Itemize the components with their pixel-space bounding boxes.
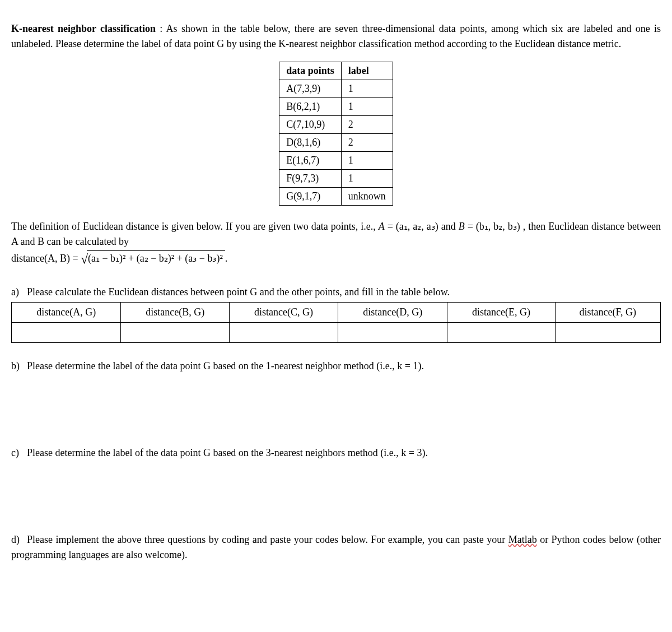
def-eq1: = [388, 221, 396, 232]
dist-header: distance(F, G) [555, 303, 660, 323]
cell-point: C(7,10,9) [279, 116, 342, 134]
def-A: A [379, 221, 385, 232]
def-sqrt-inner: (a₁ − b₁)² + (a₂ − b₂)² + (a₃ − b₃)² [87, 250, 225, 266]
qd-pre: Please implement the above three questio… [27, 534, 508, 545]
col-points: data points [279, 62, 342, 80]
def-Atuple: (a₁, a₂, a₃) [396, 221, 438, 232]
def-lead: The definition of Euclidean distance is … [11, 221, 379, 232]
answer-space-c [11, 461, 661, 517]
data-table: data points label A(7,3,9) 1 B(6,2,1) 1 … [279, 62, 393, 206]
col-label: label [341, 62, 393, 80]
dist-header: distance(C, G) [230, 303, 338, 323]
title: K-nearest neighbor classification [11, 23, 156, 34]
qa-text: Please calculate the Euclidean distances… [27, 286, 450, 298]
dist-header: distance(E, G) [447, 303, 555, 323]
cell-point: E(1,6,7) [279, 152, 342, 170]
dist-header: distance(A, G) [12, 303, 121, 323]
def-and: and [441, 221, 459, 232]
intro-paragraph: K-nearest neighbor classification : As s… [11, 21, 661, 52]
dist-cell [121, 323, 230, 343]
table-row: E(1,6,7) 1 [279, 152, 393, 170]
question-c: c)Please determine the label of the data… [11, 445, 661, 461]
answer-space-b [11, 374, 661, 430]
cell-point: B(6,2,1) [279, 98, 342, 116]
qc-text: Please determine the label of the data p… [27, 447, 428, 458]
data-table-wrap: data points label A(7,3,9) 1 B(6,2,1) 1 … [11, 62, 661, 206]
distance-table-header: distance(A, G) distance(B, G) distance(C… [12, 303, 661, 323]
cell-label: 1 [341, 98, 393, 116]
question-d: d)Please implement the above three quest… [11, 532, 661, 563]
cell-point: A(7,3,9) [279, 80, 342, 98]
qc-marker: c) [11, 445, 27, 461]
cell-point: D(8,1,6) [279, 134, 342, 152]
table-row: C(7,10,9) 2 [279, 116, 393, 134]
dist-cell [230, 323, 338, 343]
def-eq2: = [468, 221, 476, 232]
dist-cell [338, 323, 447, 343]
document-root: K-nearest neighbor classification : As s… [11, 21, 661, 563]
table-row: F(9,7,3) 1 [279, 170, 393, 188]
def-dist-label: distance(A, B) = [11, 253, 81, 264]
table-row: A(7,3,9) 1 [279, 80, 393, 98]
definition-paragraph: The definition of Euclidean distance is … [11, 219, 661, 269]
cell-label: 1 [341, 80, 393, 98]
qd-matlab: Matlab [508, 534, 537, 545]
dist-cell [555, 323, 660, 343]
def-period: . [225, 253, 228, 264]
question-b: b)Please determine the label of the data… [11, 359, 661, 374]
cell-point: F(9,7,3) [279, 170, 342, 188]
qd-marker: d) [11, 532, 27, 547]
table-row: G(9,1,7) unknown [279, 188, 393, 206]
qa-marker: a) [11, 285, 27, 300]
cell-label: 1 [341, 152, 393, 170]
qb-marker: b) [11, 359, 27, 374]
cell-label: 1 [341, 170, 393, 188]
table-row: D(8,1,6) 2 [279, 134, 393, 152]
distance-table: distance(A, G) distance(B, G) distance(C… [11, 302, 661, 343]
qb-text: Please determine the label of the data p… [27, 360, 424, 371]
dist-header: distance(B, G) [121, 303, 230, 323]
dist-cell [12, 323, 121, 343]
dist-header: distance(D, G) [338, 303, 447, 323]
cell-label: 2 [341, 134, 393, 152]
table-row: B(6,2,1) 1 [279, 98, 393, 116]
data-table-header: data points label [279, 62, 393, 80]
distance-table-values [12, 323, 661, 343]
question-a: a)Please calculate the Euclidean distanc… [11, 285, 661, 343]
dist-cell [447, 323, 555, 343]
cell-label: unknown [341, 188, 393, 206]
def-Btuple: (b₁, b₂, b₃) [476, 221, 520, 232]
cell-point: G(9,1,7) [279, 188, 342, 206]
def-B: B [459, 221, 465, 232]
cell-label: 2 [341, 116, 393, 134]
